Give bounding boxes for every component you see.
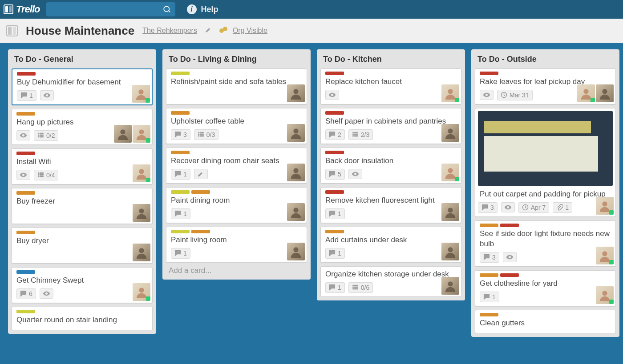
- list-icon: [37, 172, 44, 178]
- list-icon: [198, 131, 204, 138]
- list-icon: [352, 284, 359, 291]
- card-badges: 1 0/6: [325, 281, 457, 294]
- card[interactable]: Buy Dehumidifier for basement 1: [12, 68, 153, 105]
- card[interactable]: Add curtains under desk 1: [320, 227, 461, 263]
- board-canvas[interactable]: To Do - General Buy Dehumidifier for bas…: [0, 43, 623, 364]
- label-orange: [171, 151, 190, 154]
- comments-badge: 2: [325, 129, 345, 140]
- card[interactable]: Get Chimney Swept 6: [12, 267, 153, 303]
- card[interactable]: Back door insulation 5: [320, 148, 461, 184]
- comments-badge: 1: [171, 169, 190, 180]
- member-avatar[interactable]: [133, 125, 150, 143]
- list-title[interactable]: To Do - Kitchen: [320, 53, 461, 68]
- member-avatar[interactable]: [133, 164, 150, 182]
- logo-icon: [4, 4, 13, 14]
- label-orange: [480, 224, 498, 227]
- card[interactable]: Get clothesline for yard 1: [475, 270, 616, 306]
- search-input[interactable]: [46, 2, 158, 16]
- card-labels: [17, 72, 147, 76]
- member-avatar[interactable]: [441, 84, 459, 102]
- member-avatar[interactable]: [287, 164, 305, 181]
- member-avatar[interactable]: [287, 84, 305, 102]
- card-title: Clean gutters: [480, 318, 611, 328]
- card[interactable]: Organize kitchen storage under desk 1 0/…: [320, 266, 461, 297]
- card[interactable]: Paint dining room 1: [166, 187, 307, 223]
- member-avatar[interactable]: [596, 84, 614, 102]
- member-avatar[interactable]: [441, 124, 459, 142]
- member-avatar[interactable]: [441, 243, 459, 260]
- eye-icon: [483, 92, 490, 98]
- person-icon: [444, 127, 457, 139]
- card[interactable]: Refinish/paint side and sofa tables: [166, 68, 307, 104]
- member-avatar[interactable]: [441, 164, 459, 181]
- card-labels: [16, 310, 148, 313]
- board-org-link[interactable]: The Rehkempers: [142, 27, 197, 35]
- rename-button[interactable]: [205, 26, 212, 35]
- comments-badge: 3: [480, 252, 499, 263]
- member-avatar[interactable]: [287, 243, 305, 260]
- member-avatar[interactable]: [287, 124, 305, 142]
- card[interactable]: Buy dryer: [12, 228, 153, 264]
- member-avatar[interactable]: [577, 84, 595, 102]
- checklist-badge: 0/3: [194, 129, 218, 140]
- card-title: Remove kitchen fluorescent light: [325, 196, 457, 206]
- label-red: [500, 273, 519, 277]
- card[interactable]: Install Wifi 0/4: [12, 148, 153, 184]
- card[interactable]: Replace kitchen faucet: [320, 68, 461, 104]
- comment-icon: [329, 210, 336, 217]
- member-avatar[interactable]: [114, 125, 132, 143]
- visibility-button[interactable]: Org Visible: [220, 27, 267, 35]
- search-button[interactable]: [158, 2, 175, 16]
- card[interactable]: Rake leaves for leaf pickup day Mar 31: [475, 68, 616, 104]
- card-badges: 1: [171, 208, 302, 220]
- card[interactable]: Recover dining room chair seats 1: [166, 148, 307, 184]
- help-button[interactable]: i Help: [187, 4, 218, 14]
- card[interactable]: Upholster coffee table 3 0/3: [166, 108, 307, 144]
- eye-icon: [506, 254, 513, 260]
- list-cards: Refinish/paint side and sofa tables Upho…: [166, 68, 307, 263]
- clock-icon: [522, 204, 529, 211]
- card[interactable]: Quarter round on stair landing: [12, 307, 153, 330]
- member-avatar[interactable]: [596, 286, 614, 304]
- list-title[interactable]: To Do - General: [12, 53, 153, 68]
- comment-icon: [483, 254, 490, 260]
- card[interactable]: Hang up pictures 0/2: [12, 109, 153, 145]
- card-title: Recover dining room chair seats: [171, 156, 302, 166]
- card[interactable]: Paint living room 1: [166, 227, 307, 263]
- card-members: [132, 85, 150, 103]
- list-icon: [37, 132, 44, 139]
- logo[interactable]: Trello: [4, 4, 40, 15]
- card-title: Buy freezer: [16, 196, 148, 207]
- comments-badge: 1: [171, 208, 190, 219]
- card-members: [133, 283, 150, 301]
- member-avatar[interactable]: [441, 203, 459, 221]
- card[interactable]: Buy freezer: [12, 188, 153, 224]
- search: [46, 2, 175, 16]
- member-avatar[interactable]: [133, 204, 150, 222]
- comment-icon: [20, 290, 27, 297]
- person-icon: [290, 127, 302, 139]
- member-avatar[interactable]: [132, 85, 150, 103]
- list: To Do - Outside Rake leaves for leaf pic…: [471, 49, 619, 337]
- card[interactable]: Shelf paper in cabinets and pantries 2 2…: [320, 108, 461, 144]
- member-avatar[interactable]: [287, 203, 305, 221]
- add-card-button[interactable]: Add a card...: [166, 263, 307, 276]
- label-orange: [171, 111, 190, 115]
- member-avatar[interactable]: [441, 277, 459, 295]
- member-avatar[interactable]: [133, 283, 150, 301]
- comment-icon: [483, 293, 490, 300]
- member-avatar[interactable]: [596, 197, 614, 215]
- eye-icon: [20, 132, 27, 139]
- list-title[interactable]: To Do - Living & Dining: [166, 53, 307, 68]
- list: To Do - Living & Dining Refinish/paint s…: [162, 49, 311, 280]
- card[interactable]: Remove kitchen fluorescent light 1: [320, 187, 461, 223]
- card-badges: 3 Apr 7 1: [478, 201, 613, 214]
- comment-icon: [329, 131, 336, 138]
- card[interactable]: Put out carpet and padding for pickup 3 …: [475, 108, 616, 217]
- list-title[interactable]: To Do - Outside: [475, 53, 616, 68]
- card[interactable]: Clean gutters: [475, 310, 616, 333]
- card[interactable]: See if side door light fixture needs new…: [475, 220, 616, 267]
- card-members: [133, 204, 150, 222]
- member-avatar[interactable]: [133, 244, 150, 261]
- member-avatar[interactable]: [596, 247, 614, 264]
